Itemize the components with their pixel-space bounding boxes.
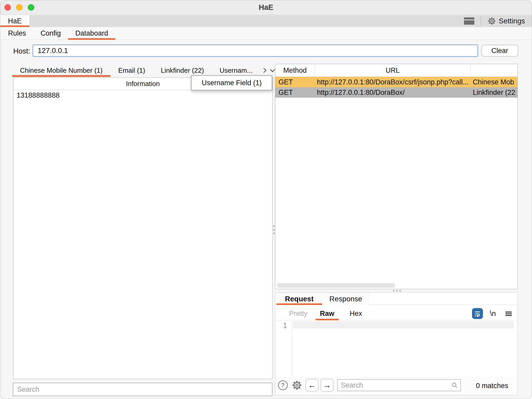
tab-email[interactable]: Email (1)	[110, 64, 153, 77]
tab-databoard-label: Databoard	[75, 29, 108, 37]
horizontal-splitter-handle[interactable]	[396, 290, 398, 292]
vertical-splitter-handle[interactable]	[273, 232, 275, 234]
magnifier-icon	[451, 382, 458, 389]
host-label: Host:	[13, 47, 30, 55]
gear-icon	[487, 17, 496, 25]
chevron-right-icon	[261, 67, 268, 74]
help-button[interactable]: ?	[278, 380, 288, 390]
divider	[481, 17, 481, 25]
word-wrap-button[interactable]	[472, 308, 483, 319]
host-input[interactable]	[32, 44, 478, 57]
tab-overflow-dropdown: Username Field (1)	[191, 75, 272, 90]
tab-chinese-mobile-number[interactable]: Chinese Mobile Number (1)	[12, 64, 110, 77]
titlebar: HaE	[0, 0, 532, 15]
method-cell: GET	[275, 89, 315, 97]
request-row[interactable]: GET http://127.0.0.1:80/DoraBox/ Linkfin…	[275, 87, 517, 98]
data-type-tabs: Chinese Mobile Number (1) Email (1) Link…	[12, 64, 273, 77]
arrow-right-icon: →	[323, 381, 331, 390]
message-tabs: Request Response	[275, 293, 517, 305]
match-count-label: 0 matches	[476, 382, 508, 390]
tab-username-field[interactable]: Usernam...	[212, 64, 260, 77]
tab-hex[interactable]: Hex	[345, 307, 367, 320]
word-wrap-icon	[474, 310, 481, 317]
tab-config[interactable]: Config	[33, 27, 68, 39]
tab-response-label: Response	[329, 295, 362, 303]
newline-label: \n	[490, 310, 496, 318]
tab-pretty-label: Pretty	[289, 310, 308, 318]
message-editor-panel: Request Response Pretty Raw Hex \n	[275, 292, 518, 395]
previous-match-button[interactable]: ←	[305, 379, 318, 392]
column-header-comment[interactable]	[471, 64, 517, 77]
match-count: 0 matches	[476, 377, 508, 395]
close-button[interactable]	[4, 4, 11, 11]
extension-bar-actions: Settings	[464, 15, 525, 27]
settings-label: Settings	[499, 17, 525, 25]
layout-panel-icon[interactable]	[464, 17, 474, 25]
dropdown-item-username-field[interactable]: Username Field (1)	[202, 79, 262, 87]
window-title: HaE	[0, 0, 532, 14]
tab-hae-label: HaE	[8, 17, 22, 25]
vertical-splitter-handle[interactable]	[273, 229, 275, 231]
next-match-button[interactable]: →	[321, 379, 334, 392]
horizontal-scrollbar-thumb[interactable]	[277, 283, 395, 288]
method-header-label: Method	[283, 66, 307, 75]
newline-toggle-button[interactable]: \n	[490, 307, 496, 320]
method-cell: GET	[275, 78, 315, 86]
clear-button-label: Clear	[491, 47, 508, 55]
horizontal-splitter-handle[interactable]	[393, 290, 395, 292]
hamburger-icon	[504, 310, 513, 318]
tab-response[interactable]: Response	[322, 293, 369, 305]
editor-search-box	[337, 379, 461, 391]
tab-pretty[interactable]: Pretty	[285, 307, 312, 320]
column-header-url[interactable]: URL	[315, 64, 471, 77]
requests-table-header: Method URL	[275, 64, 517, 77]
tab-label: Usernam...	[220, 66, 252, 75]
tab-linkfinder[interactable]: Linkfinder (22)	[153, 64, 212, 77]
tab-scroll-next-button[interactable]	[261, 64, 268, 77]
tab-label: Chinese Mobile Number (1)	[20, 66, 103, 75]
request-editor[interactable]: 1	[275, 321, 517, 377]
minimize-button[interactable]	[16, 4, 23, 11]
extension-tab-bar: HaE Settings	[0, 15, 532, 27]
tab-raw-label: Raw	[320, 310, 335, 318]
editor-settings-button[interactable]	[291, 380, 302, 392]
information-table: Information 13188888888	[13, 77, 272, 379]
tab-hae[interactable]: HaE	[0, 15, 29, 27]
question-icon: ?	[281, 382, 285, 389]
editor-search-input[interactable]	[338, 380, 447, 391]
line-number-gutter: 1	[275, 321, 292, 377]
column-header-method[interactable]: Method	[275, 64, 315, 77]
information-search-input[interactable]	[13, 383, 272, 396]
arrow-left-icon: ←	[308, 381, 316, 390]
tab-rules[interactable]: Rules	[1, 27, 33, 39]
vertical-splitter-handle[interactable]	[273, 225, 275, 227]
tab-request[interactable]: Request	[276, 293, 322, 305]
information-row[interactable]: 13188888888	[14, 90, 272, 101]
comment-cell: Linkfinder (22	[471, 89, 517, 97]
current-line-highlight	[293, 321, 514, 329]
zoom-button[interactable]	[28, 4, 34, 11]
line-number: 1	[283, 322, 287, 330]
url-cell: http://127.0.0.1:80/DoraBox/	[315, 89, 471, 97]
editor-menu-button[interactable]	[504, 309, 513, 318]
settings-button[interactable]: Settings	[487, 17, 525, 25]
editor-toolbar: ? ← →	[275, 377, 517, 395]
tab-label: Email (1)	[118, 66, 145, 75]
comment-cell: Chinese Mob	[471, 78, 517, 86]
hae-window: HaE HaE Settings	[0, 0, 532, 399]
clear-button[interactable]: Clear	[481, 45, 518, 57]
information-cell: 13188888888	[17, 91, 59, 99]
tab-databoard[interactable]: Databoard	[68, 27, 115, 39]
request-row[interactable]: GET http://127.0.0.1:80/DoraBox/csrf/jso…	[275, 77, 517, 87]
tab-request-label: Request	[285, 295, 314, 303]
requests-table: Method URL GET http://127.0.0.1:80/DoraB…	[275, 64, 518, 289]
url-header-label: URL	[385, 66, 400, 75]
tab-raw[interactable]: Raw	[316, 307, 339, 320]
tab-rules-label: Rules	[8, 29, 26, 37]
host-bar: Host: Clear	[0, 44, 532, 59]
url-cell: http://127.0.0.1:80/DoraBox/csrf/jsonp.p…	[315, 78, 471, 86]
hae-nav-tabs: Rules Config Databoard	[0, 27, 532, 40]
tab-label: Linkfinder (22)	[161, 66, 204, 75]
horizontal-splitter-handle[interactable]	[399, 290, 401, 292]
tab-config-label: Config	[41, 29, 61, 37]
